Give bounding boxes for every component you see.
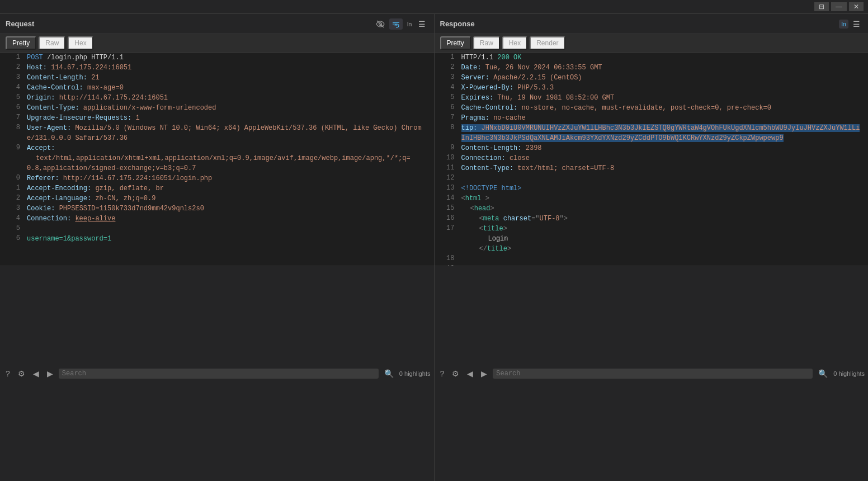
svg-rect-2	[393, 22, 399, 23]
response-line-18: 18	[435, 254, 869, 264]
response-footer-next-btn[interactable]: ▶	[479, 368, 489, 379]
response-panel: Response ln ☰ Pretty Raw Hex Render 1 HT…	[435, 14, 869, 481]
request-search-btn[interactable]: 🔍	[382, 368, 396, 379]
response-title: Response	[440, 20, 475, 28]
response-line-4: 4 X-Powered-By: PHP/5.3.3	[435, 83, 869, 93]
tab-response-raw[interactable]: Raw	[473, 36, 500, 50]
window-controls[interactable]: ⊟ — ✕	[814, 2, 864, 11]
request-content[interactable]: 1 POST /login.php HTTP/1.1 2 Host: 114.6…	[0, 53, 434, 266]
response-line-1: 1 HTTP/1.1 200 OK	[435, 53, 869, 63]
wrap-icon-btn[interactable]	[389, 18, 403, 30]
request-title: Request	[6, 20, 34, 28]
response-search-btn[interactable]: 🔍	[816, 368, 830, 379]
ln-btn-request[interactable]: ln	[405, 20, 414, 29]
response-search-input[interactable]	[493, 369, 813, 379]
tab-request-hex[interactable]: Hex	[68, 36, 93, 50]
request-line-6: 6 Content-Type: application/x-www-form-u…	[0, 103, 434, 113]
response-ln-btn[interactable]: ln	[839, 20, 848, 29]
response-line-12: 12	[435, 173, 869, 183]
response-header: Response ln ☰	[435, 14, 869, 34]
response-line-17b: Login	[435, 234, 869, 244]
response-line-14: 14 <html >	[435, 194, 869, 204]
request-tab-bar: Pretty Raw Hex	[0, 34, 434, 53]
request-footer: ? ⚙ ◀ ▶ 🔍 0 highlights	[0, 266, 434, 482]
response-line-17a: 17 <title>	[435, 224, 869, 234]
request-line-5: 5 Origin: http://114.67.175.224:16051	[0, 93, 434, 103]
tab-request-raw[interactable]: Raw	[39, 36, 65, 50]
response-line-11: 11 Content-Type: text/html; charset=UTF-…	[435, 163, 869, 173]
request-highlights-count: 0 highlights	[399, 370, 431, 377]
tab-request-pretty[interactable]: Pretty	[6, 36, 36, 50]
response-line-2: 2 Date: Tue, 26 Nov 2024 06:33:55 GMT	[435, 63, 869, 73]
response-line-9: 9 Content-Length: 2398	[435, 143, 869, 153]
request-line-9: 9 Accept:text/html,application/xhtml+xml…	[0, 143, 434, 173]
response-footer-settings-btn[interactable]: ⚙	[450, 368, 461, 379]
hide-icon-btn[interactable]	[374, 18, 387, 30]
response-footer: ? ⚙ ◀ ▶ 🔍 0 highlights	[435, 266, 869, 482]
request-header: Request	[0, 14, 434, 34]
request-line-10: 0 Referer: http://114.67.175.224:16051/l…	[0, 173, 434, 183]
request-search-input[interactable]	[59, 369, 379, 379]
response-line-15: 15 <head>	[435, 204, 869, 214]
request-footer-prev-btn[interactable]: ◀	[31, 368, 41, 379]
request-line-11: 1 Accept-Encoding: gzip, deflate, br	[0, 183, 434, 194]
response-content[interactable]: 1 HTTP/1.1 200 OK 2 Date: Tue, 26 Nov 20…	[435, 53, 869, 266]
window-minimize-btn[interactable]: ⊟	[814, 2, 829, 11]
response-line-16: 16 <meta charset="UTF-8">	[435, 214, 869, 224]
request-line-14: 4 Connection: keep-alive	[0, 214, 434, 224]
response-tab-bar: Pretty Raw Hex Render	[435, 34, 869, 53]
response-footer-help-btn[interactable]: ?	[438, 368, 447, 379]
response-footer-prev-btn[interactable]: ◀	[465, 368, 475, 379]
request-line-12: 2 Accept-Language: zh-CN, zh;q=0.9	[0, 194, 434, 204]
request-panel: Request	[0, 14, 435, 481]
tab-response-hex[interactable]: Hex	[502, 36, 527, 50]
request-footer-help-btn[interactable]: ?	[3, 368, 12, 379]
request-line-16: 6 username=1&password=1	[0, 234, 434, 244]
response-line-3: 3 Server: Apache/2.2.15 (CentOS)	[435, 73, 869, 83]
request-line-2: 2 Host: 114.67.175.224:16051	[0, 63, 434, 73]
response-line-8: 8 tip: JHNxbD0iU0VMRUNUIHVzZXJuYW1lLHBhc…	[435, 123, 869, 143]
response-line-17c: </title>	[435, 244, 869, 254]
request-line-3: 3 Content-Length: 21	[0, 73, 434, 83]
window-restore-btn[interactable]: —	[831, 2, 847, 11]
request-footer-settings-btn[interactable]: ⚙	[16, 368, 27, 379]
response-line-13: 13 <!DOCTYPE html>	[435, 183, 869, 194]
tab-response-pretty[interactable]: Pretty	[440, 36, 471, 50]
menu-btn-request[interactable]: ☰	[416, 18, 428, 30]
response-menu-btn[interactable]: ☰	[851, 18, 862, 30]
request-footer-next-btn[interactable]: ▶	[45, 368, 55, 379]
response-line-6: 6 Cache-Control: no-store, no-cache, mus…	[435, 103, 869, 113]
request-line-7: 7 Upgrade-Insecure-Requests: 1	[0, 113, 434, 123]
request-line-15: 5	[0, 224, 434, 234]
request-line-13: 3 Cookie: PHPSESSID=1i50k733d7nd9mm42v9q…	[0, 204, 434, 214]
tab-response-render[interactable]: Render	[530, 36, 565, 50]
request-line-1: 1 POST /login.php HTTP/1.1	[0, 53, 434, 63]
window-close-btn[interactable]: ✕	[849, 2, 864, 11]
request-line-4: 4 Cache-Control: max-age=0	[0, 83, 434, 93]
response-line-10: 10 Connection: close	[435, 153, 869, 163]
response-highlights-count: 0 highlights	[833, 370, 865, 377]
request-line-8: 8 User-Agent: Mozilla/5.0 (Windows NT 10…	[0, 123, 434, 143]
response-line-5: 5 Expires: Thu, 19 Nov 1981 08:52:00 GMT	[435, 93, 869, 103]
response-line-7: 7 Pragma: no-cache	[435, 113, 869, 123]
